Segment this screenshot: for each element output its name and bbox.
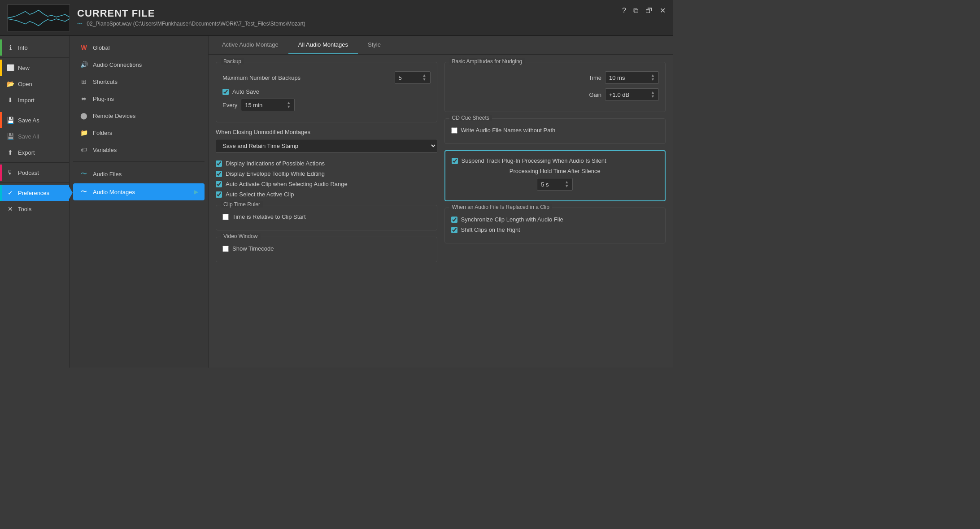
auto-save-checkbox[interactable] [222,89,229,95]
audio-connections-icon: 🔊 [79,61,88,68]
spinbox-arrows[interactable]: ▲ ▼ [422,74,427,82]
mid-item-label: Plug-ins [93,95,114,102]
video-window-title: Video Window [221,233,261,239]
time-row: Time 10 ms ▲ ▼ [451,71,659,84]
sidebar-item-open[interactable]: 📂 Open [0,76,69,92]
mid-item-variables[interactable]: 🏷 Variables [73,142,205,158]
accent-bar-save-as [0,112,2,128]
main-layout: ℹ Info ⬜ New 📂 Open ⬇ Import 💾 Save As 💾… [0,36,673,368]
right-column: Basic Amplitudes for Nudging Time 10 ms … [444,62,666,268]
show-timecode-row: Show Timecode [222,245,431,252]
left-sidebar: ℹ Info ⬜ New 📂 Open ⬇ Import 💾 Save As 💾… [0,36,70,368]
basic-amplitudes-panel: Basic Amplitudes for Nudging Time 10 ms … [444,62,666,112]
accent-bar-new [0,60,2,76]
time-spinbox[interactable]: 10 ms ▲ ▼ [605,71,659,84]
shift-clips-checkbox[interactable] [451,227,457,233]
closing-dropdown-row: Save and Retain Time Stamp [216,139,437,153]
write-audio-names-checkbox[interactable] [451,127,457,134]
max-backups-spinbox[interactable]: 5 ▲ ▼ [395,71,431,84]
accent-bar-preferences [0,185,2,201]
sidebar-item-label: Info [18,44,28,51]
mid-item-label: Folders [93,130,112,136]
gain-arrows[interactable]: ▲ ▼ [651,91,655,99]
every-arrows[interactable]: ▲ ▼ [287,101,291,109]
mid-item-audio-files[interactable]: 〜 Audio Files [73,165,205,182]
time-arrows[interactable]: ▲ ▼ [651,74,655,82]
sidebar-item-podcast[interactable]: 🎙 Podcast [0,165,69,181]
closing-dropdown[interactable]: Save and Retain Time Stamp [216,139,437,153]
every-label: Every [222,102,237,108]
global-icon: W [79,44,88,51]
auto-select-checkbox[interactable] [216,191,222,198]
audio-file-replaced-panel: When an Audio File Is Replaced in a Clip… [444,208,666,243]
save-all-icon: 💾 [6,133,14,140]
mid-sidebar: W Global 🔊 Audio Connections ⊞ Shortcuts… [70,36,209,368]
display-indications-row: Display Indications of Possible Actions [216,160,437,167]
sidebar-item-tools[interactable]: ✕ Tools [0,201,69,217]
content-body: Backup Maximum Number of Backups 5 ▲ ▼ [209,55,673,368]
mid-item-global[interactable]: W Global [73,39,205,56]
title-bar: CURRENT FILE 〜 02_PianoSpot.wav (C:\User… [0,0,673,36]
sidebar-item-new[interactable]: ⬜ New [0,60,69,76]
mid-item-label: Audio Connections [93,61,142,68]
waveform-preview [7,4,70,31]
sidebar-item-label: New [18,65,30,71]
sidebar-item-info[interactable]: ℹ Info [0,39,69,56]
sidebar-item-import[interactable]: ⬇ Import [0,92,69,108]
suspend-track-panel: Suspend Track Plug-In Processing When Au… [444,150,666,201]
mid-item-plugins[interactable]: ⬌ Plug-ins [73,91,205,107]
title-text: CURRENT FILE 〜 02_PianoSpot.wav (C:\User… [77,8,305,28]
close-button[interactable]: ✕ [658,5,667,16]
mid-item-audio-connections[interactable]: 🔊 Audio Connections [73,56,205,73]
tab-all-audio-montages[interactable]: All Audio Montages [288,36,358,54]
time-relative-checkbox[interactable] [222,214,229,220]
mid-item-shortcuts[interactable]: ⊞ Shortcuts [73,74,205,90]
cd-cue-sheets-title: CD Cue Sheets [449,115,492,121]
mid-item-remote-devices[interactable]: ⬤ Remote Devices [73,108,205,124]
new-icon: ⬜ [6,64,14,71]
write-audio-names-label: Write Audio File Names without Path [461,127,556,134]
mid-item-audio-montages[interactable]: 〜 Audio Montages ▶ [73,183,205,200]
mid-item-folders[interactable]: 📁 Folders [73,125,205,141]
mid-item-label: Shortcuts [93,78,118,85]
sidebar-item-export[interactable]: ⬆ Export [0,144,69,160]
divider-3 [0,162,69,163]
sidebar-item-save-all[interactable]: 💾 Save All [0,128,69,144]
display-indications-checkbox[interactable] [216,160,222,167]
title-filename: 〜 02_PianoSpot.wav (C:\Users\MFunkhauser… [77,20,305,28]
every-spinbox[interactable]: 15 min ▲ ▼ [241,99,295,111]
gain-row: Gain +1.0 dB ▲ ▼ [451,88,659,101]
sync-clip-length-row: Synchronize Clip Length with Audio File [451,216,659,223]
clip-time-ruler-panel: Clip Time Ruler Time is Relative to Clip… [216,205,437,230]
open-icon: 📂 [6,80,14,87]
shift-clips-label: Shift Clips on the Right [461,226,520,233]
hold-time-spinbox[interactable]: 5 s ▲ ▼ [537,178,573,191]
mid-item-label: Audio Montages [93,189,135,195]
suspend-track-label: Suspend Track Plug-In Processing When Au… [462,157,606,164]
clip-time-ruler-title: Clip Time Ruler [221,201,263,208]
shortcuts-icon: ⊞ [79,78,88,85]
display-envelope-checkbox[interactable] [216,171,222,177]
gain-spinbox[interactable]: +1.0 dB ▲ ▼ [605,88,659,101]
mid-item-label: Global [93,44,110,51]
preferences-icon: ✓ [6,189,14,196]
sync-clip-length-checkbox[interactable] [451,217,457,223]
hold-time-label: Processing Hold Time After Silence [452,168,659,174]
auto-activate-checkbox[interactable] [216,181,222,187]
suspend-track-checkbox[interactable] [452,158,458,164]
help-button[interactable]: ? [620,6,628,16]
tab-style[interactable]: Style [358,36,391,54]
sidebar-item-label: Export [18,149,35,156]
window-controls: ? ⧉ 🗗 ✕ [620,5,667,16]
cd-cue-sheets-panel: CD Cue Sheets Write Audio File Names wit… [444,118,666,144]
sidebar-item-save-as[interactable]: 💾 Save As [0,112,69,128]
restore-button[interactable]: ⧉ [632,6,640,16]
show-timecode-checkbox[interactable] [222,246,229,252]
gain-label: Gain [579,91,601,98]
hold-time-arrows[interactable]: ▲ ▼ [565,180,569,188]
minimize-button[interactable]: 🗗 [644,6,654,16]
time-relative-label: Time is Relative to Clip Start [232,213,306,220]
tab-active-audio-montage[interactable]: Active Audio Montage [212,36,288,54]
sidebar-item-preferences[interactable]: ✓ Preferences [0,185,69,201]
svg-rect-0 [8,5,70,31]
